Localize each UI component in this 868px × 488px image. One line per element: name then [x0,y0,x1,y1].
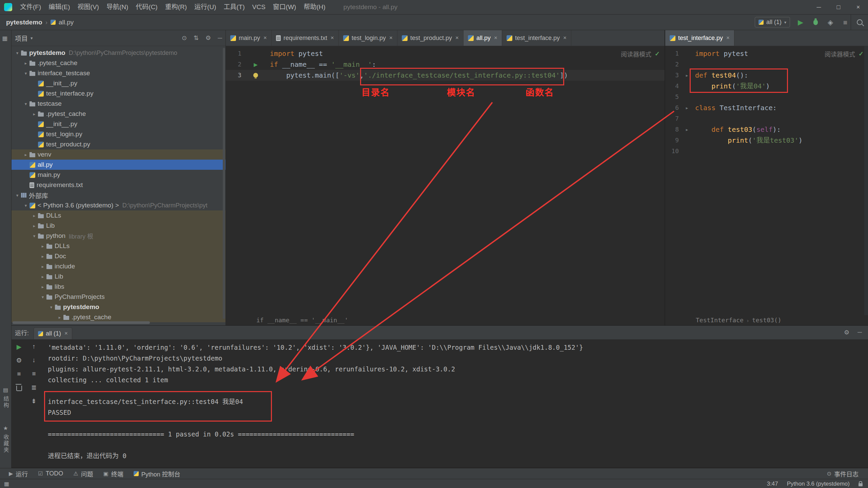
tree-row-libs[interactable]: ▸libs [12,282,225,292]
stripe-structure-button[interactable]: ▤ 结构 [0,387,11,409]
down-stack-trace-button[interactable]: ↓ [32,356,36,364]
tree-row-pytestdemo[interactable]: ▾pytestdemoD:\python\PyCharmProjects\pyt… [12,48,225,58]
hide-panel-icon[interactable]: ─ [857,329,862,336]
toolwindow-button-Python 控制台[interactable]: Python 控制台 [130,468,184,479]
chevron-down-icon[interactable]: ▾ [22,203,29,208]
tree-row-外部库[interactable]: ▾外部库 [12,190,225,200]
tree-row-testcase[interactable]: ▾testcase [12,99,225,109]
tree-row-< Python 3.6 (pytestdemo) >[interactable]: ▾< Python 3.6 (pytestdemo) >D:\python\Py… [12,200,225,210]
rerun-button[interactable]: ▶ [17,343,22,351]
toolwindow-button-终端[interactable]: ▣终端 [99,468,127,479]
stripe-favorites-button[interactable]: ★ 收藏夹 [0,425,11,453]
menu-item-编辑(E)[interactable]: 编辑(E) [45,0,74,14]
up-stack-trace-button[interactable]: ↑ [32,343,36,351]
close-icon[interactable]: × [263,35,267,41]
editor-tab-test_interface.py[interactable]: test_interface.py× [665,30,734,46]
toolwindow-button-运行[interactable]: ▶运行 [5,468,32,479]
menu-item-重构(R)[interactable]: 重构(R) [161,0,191,14]
chevron-down-icon[interactable]: ▾ [22,71,29,76]
settings-button[interactable]: ⚙ [205,34,211,42]
menu-item-文件(F)[interactable]: 文件(F) [16,0,45,14]
tree-row-venv[interactable]: ▸venv [12,149,225,160]
tree-row-Lib[interactable]: ▸Lib [12,221,225,231]
chevron-right-icon[interactable]: ▸ [39,244,46,249]
breadcrumb-method[interactable]: test03() [752,315,782,325]
project-horizontal-scrollbar[interactable] [13,321,150,324]
maximize-icon[interactable]: □ [829,0,848,14]
fold-icon[interactable]: ▸ [686,127,688,132]
toolwindow-button-问题[interactable]: ⚠问题 [69,468,97,479]
chevron-right-icon[interactable]: ▸ [31,213,38,218]
inspections-ok-icon[interactable]: ✓ [859,50,864,58]
chevron-right-icon[interactable]: ▸ [39,264,46,269]
tree-row-__init__.py[interactable]: __init__.py [12,119,225,129]
menu-item-窗口(W)[interactable]: 窗口(W) [269,0,300,14]
menu-item-视图(V)[interactable]: 视图(V) [74,0,103,14]
chevron-down-icon[interactable]: ▾ [14,193,21,198]
locate-file-button[interactable]: ⊙ [182,34,187,42]
debug-button[interactable] [810,18,821,26]
close-icon[interactable]: × [64,330,68,337]
tree-row-main.py[interactable]: main.py [12,170,225,180]
project-stripe-icon[interactable]: ▦ [2,35,7,42]
editor-tab-all.py[interactable]: all.py× [463,30,502,46]
editor-tab-requirements.txt[interactable]: requirements.txt× [272,30,339,46]
chevron-right-icon[interactable]: ▸ [56,315,63,320]
menu-item-导航(N)[interactable]: 导航(N) [103,0,132,14]
edit-configuration-button[interactable]: ⚙ [16,356,22,364]
hide-panel-button[interactable]: ─ [218,35,222,42]
code-area-right[interactable]: 1import pytest23▸def test04():4 print('我… [665,46,868,315]
minimize-icon[interactable]: ─ [809,0,829,14]
chevron-right-icon[interactable]: ▸ [31,111,38,117]
clear-console-button[interactable] [16,383,22,391]
code-area-left[interactable]: 1import pytest2▶if __name__ == '__main__… [226,46,665,315]
menu-item-VCS[interactable]: VCS [249,0,269,14]
run-button[interactable]: ▶ [795,18,806,26]
tree-row-PyCharmProjects[interactable]: ▾PyCharmProjects [12,292,225,302]
menu-item-运行(U)[interactable]: 运行(U) [191,0,220,14]
tree-row-DLLs[interactable]: ▸DLLs [12,241,225,251]
close-icon[interactable]: × [455,35,459,41]
close-icon[interactable]: × [494,35,497,41]
toolwindow-switcher-icon[interactable]: ▦ [4,481,9,487]
editor-tab-test_product.py[interactable]: test_product.py× [397,30,463,46]
scroll-to-end-button[interactable]: ⇟ [31,397,37,405]
tree-row-include[interactable]: ▸include [12,261,225,271]
tree-row-test_login.py[interactable]: test_login.py [12,129,225,139]
tree-row-all.py[interactable]: all.py [12,160,225,170]
search-everywhere-button[interactable] [851,15,868,30]
close-icon[interactable]: × [726,35,730,41]
print-button[interactable]: ≣ [31,383,37,391]
tree-row-Doc[interactable]: ▸Doc [12,251,225,261]
expand-collapse-button[interactable]: ⇅ [194,34,199,42]
toolwindow-button-TODO[interactable]: ☑TODO [34,468,67,479]
chevron-down-icon[interactable]: ▾ [14,50,21,56]
breadcrumb-file[interactable]: all.py [59,19,74,26]
lock-icon[interactable] [859,483,863,486]
tree-row-python[interactable]: ▾pythonlibrary 根 [12,231,225,241]
close-icon[interactable]: × [848,0,868,14]
project-vertical-scrollbar[interactable] [223,48,225,319]
editor-tab-test_login.py[interactable]: test_login.py× [339,30,397,46]
console-output[interactable]: 'metadata': '1.11.0', 'ordering': '0.6',… [48,342,865,468]
menu-item-帮助(H)[interactable]: 帮助(H) [300,0,329,14]
chevron-right-icon[interactable]: ▸ [39,254,46,259]
chevron-right-icon[interactable]: ▸ [39,274,46,279]
tree-row-__init__.py[interactable]: __init__.py [12,78,225,88]
breadcrumb-project[interactable]: pytestdemo [6,19,42,26]
tree-row-test_interface.py[interactable]: test_interface.py [12,88,225,99]
close-icon[interactable]: × [389,35,393,41]
close-icon[interactable]: × [563,35,567,41]
editor-scrollbar[interactable] [864,46,868,315]
chevron-down-icon[interactable]: ▾ [39,294,46,300]
fold-icon[interactable]: ▸ [686,73,688,78]
tree-row-interface_testcase[interactable]: ▾interface_testcase [12,68,225,78]
chevron-right-icon[interactable]: ▸ [22,152,29,157]
tree-row-.pytest_cache[interactable]: ▸.pytest_cache [12,109,225,119]
chevron-right-icon[interactable]: ▸ [39,284,46,289]
run-settings-icon[interactable]: ⚙ [844,329,849,336]
stop-button[interactable]: ■ [840,18,850,26]
intention-bulb-icon[interactable] [253,73,258,78]
caret-position[interactable]: 3:47 [767,481,778,487]
inspections-ok-icon[interactable]: ✓ [655,50,660,58]
